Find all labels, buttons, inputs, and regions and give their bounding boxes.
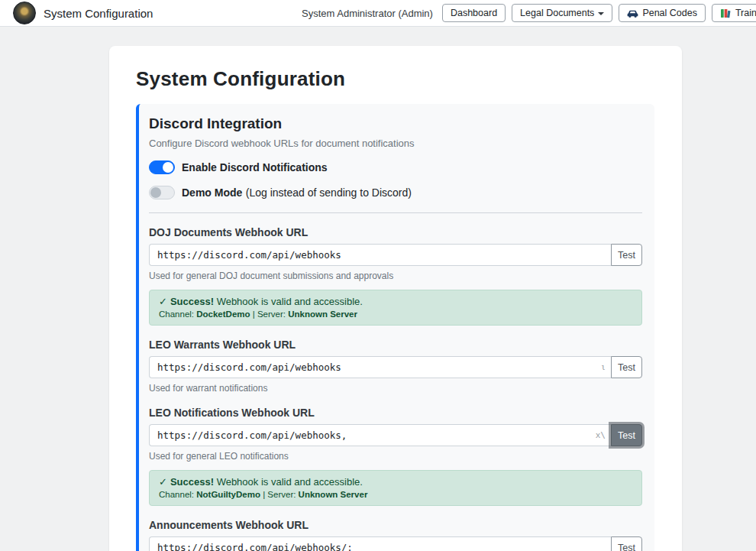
page-title: System Configuration bbox=[136, 67, 654, 91]
server-name: Unknown Server bbox=[288, 310, 357, 319]
input-wrap bbox=[149, 244, 611, 266]
discord-integration-panel: Discord Integration Configure Discord we… bbox=[136, 104, 654, 551]
training-button[interactable]: Training bbox=[712, 4, 756, 22]
doj-documents-test-button[interactable]: Test bbox=[611, 244, 642, 266]
leo-notifications-webhook-group: LEO Notifications Webhook URL x\ Test Us… bbox=[149, 407, 642, 506]
brand: System Configuration bbox=[13, 2, 153, 24]
navbar-right: System Administrator (Admin) Dashboard L… bbox=[302, 3, 756, 23]
penal-codes-button[interactable]: Penal Codes bbox=[619, 4, 706, 22]
server-name: Unknown Server bbox=[299, 490, 368, 499]
leo-notifications-test-button[interactable]: Test bbox=[611, 424, 642, 446]
webhook-help-text: Used for general LEO notifications bbox=[149, 451, 642, 462]
enable-discord-toggle[interactable] bbox=[149, 160, 175, 174]
webhook-help-text: Used for general DOJ document submission… bbox=[149, 271, 642, 281]
check-icon: ✓ bbox=[159, 296, 167, 307]
webhook-help-text: Used for warrant notifications bbox=[149, 383, 642, 394]
channel-name: DocketDemo bbox=[196, 310, 250, 319]
toggle-knob bbox=[150, 187, 161, 198]
legal-documents-button[interactable]: Legal Documents bbox=[512, 4, 612, 22]
dashboard-button-label: Dashboard bbox=[451, 8, 497, 18]
section-subtitle: Configure Discord webhook URLs for docum… bbox=[149, 138, 642, 149]
webhook-label: DOJ Documents Webhook URL bbox=[149, 226, 642, 238]
webhook-input-group: Test bbox=[149, 536, 642, 551]
announcements-webhook-group: Announcements Webhook URL Test Used for … bbox=[149, 519, 642, 551]
police-car-icon bbox=[627, 8, 638, 18]
webhook-input-group: ι Test bbox=[149, 356, 642, 378]
channel-label: Channel: bbox=[159, 490, 194, 499]
department-seal-logo bbox=[13, 2, 36, 24]
navbar: System Configuration System Administrato… bbox=[0, 0, 756, 27]
toggle-knob bbox=[163, 162, 173, 173]
enable-discord-toggle-row: Enable Discord Notifications bbox=[149, 160, 642, 174]
system-configuration-card: System Configuration Discord Integration… bbox=[109, 46, 682, 551]
alert-title: Success! bbox=[170, 296, 214, 307]
leo-warrants-webhook-input[interactable] bbox=[149, 356, 611, 378]
training-button-label: Training bbox=[735, 8, 756, 18]
channel-label: Channel: bbox=[159, 310, 194, 319]
server-label: | Server: bbox=[253, 310, 286, 319]
webhook-label: LEO Notifications Webhook URL bbox=[149, 407, 642, 419]
check-icon: ✓ bbox=[159, 476, 167, 488]
legal-documents-button-label: Legal Documents bbox=[520, 8, 594, 18]
enable-discord-toggle-label: Enable Discord Notifications bbox=[182, 161, 328, 173]
alert-message: Webhook is valid and accessible. bbox=[217, 476, 363, 488]
penal-codes-button-label: Penal Codes bbox=[642, 8, 697, 18]
brand-title: System Configuration bbox=[44, 7, 153, 20]
doj-documents-webhook-group: DOJ Documents Webhook URL Test Used for … bbox=[149, 226, 642, 326]
demo-mode-toggle-note: (Log instead of sending to Discord) bbox=[246, 186, 412, 199]
input-wrap bbox=[149, 536, 611, 551]
input-wrap: x\ bbox=[149, 424, 611, 446]
demo-mode-toggle-row: Demo Mode (Log instead of sending to Dis… bbox=[149, 186, 642, 199]
section-title: Discord Integration bbox=[149, 115, 642, 132]
webhook-input-group: Test bbox=[149, 244, 642, 266]
webhook-label: LEO Warrants Webhook URL bbox=[149, 339, 642, 351]
announcements-test-button[interactable]: Test bbox=[611, 536, 642, 551]
announcements-webhook-input[interactable] bbox=[149, 536, 611, 551]
alert-message: Webhook is valid and accessible. bbox=[217, 296, 363, 307]
channel-name: NotGuiltyDemo bbox=[196, 490, 260, 499]
server-label: | Server: bbox=[263, 490, 296, 499]
leo-warrants-test-button[interactable]: Test bbox=[611, 356, 642, 378]
leo-notifications-webhook-input[interactable] bbox=[149, 424, 611, 446]
demo-mode-toggle-label: Demo Mode bbox=[182, 186, 242, 199]
webhook-input-group: x\ Test bbox=[149, 424, 642, 446]
alert-title: Success! bbox=[170, 476, 214, 488]
webhook-label: Announcements Webhook URL bbox=[149, 519, 642, 531]
leo-warrants-webhook-group: LEO Warrants Webhook URL ι Test Used for… bbox=[149, 339, 642, 394]
divider bbox=[149, 212, 642, 213]
input-wrap: ι bbox=[149, 356, 611, 378]
books-icon bbox=[720, 8, 732, 18]
demo-mode-toggle[interactable] bbox=[149, 186, 175, 199]
success-alert: ✓Success! Webhook is valid and accessibl… bbox=[149, 290, 642, 326]
chevron-down-icon bbox=[598, 12, 604, 15]
success-alert: ✓Success! Webhook is valid and accessibl… bbox=[149, 470, 642, 506]
dashboard-button[interactable]: Dashboard bbox=[442, 4, 506, 22]
user-label: System Administrator (Admin) bbox=[302, 8, 433, 19]
doj-documents-webhook-input[interactable] bbox=[149, 244, 611, 266]
